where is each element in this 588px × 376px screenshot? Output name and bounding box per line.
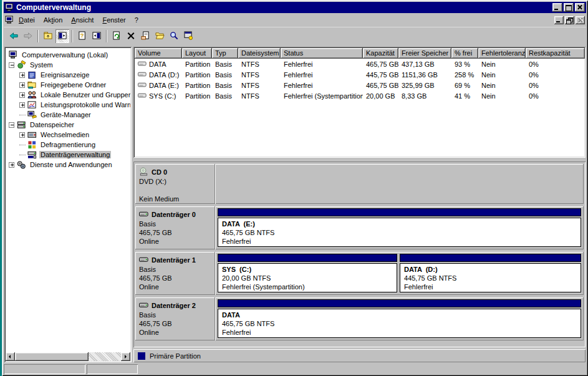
volume-row-data-d-[interactable]: DATA (D:)PartitionBasisNTFSFehlerfrei445… [135,69,584,80]
legend-bar: Primäre Partition [133,349,586,362]
event-viewer-icon [27,70,37,80]
scrollbar-track[interactable] [89,352,121,361]
column-header-layout[interactable]: Layout [182,48,212,59]
menu-datei[interactable]: Datei [14,15,39,25]
collapse-minus-icon[interactable] [9,122,14,128]
device-info-line: 465,75 GB [139,319,212,328]
tree-item-freigegebene-ordner[interactable]: Freigegebene Ordner [7,80,130,90]
partition-data-e-[interactable]: DATA (E:)465,75 GB NTFSFehlerfrei [218,208,581,247]
cell: 1151,36 GB [398,71,451,79]
toolbar-refresh-button[interactable] [110,29,123,43]
menu-ansicht[interactable]: Ansicht [67,15,98,25]
column-header-restkapazität[interactable]: Restkapazität [526,48,585,59]
tree-item-defragmentierung[interactable]: Defragmentierung [7,140,130,150]
mdi-restore-button[interactable] [565,16,574,24]
toolbar-properties-button[interactable] [138,29,152,43]
menu-aktion[interactable]: Aktion [39,15,67,25]
expand-plus-icon[interactable] [19,72,25,78]
tree-item-ereignisanzeige[interactable]: Ereignisanzeige [7,70,130,80]
device-header[interactable]: Datenträger 0Basis465,75 GBOnline [135,206,215,249]
scrollbar-thumb[interactable] [15,352,89,361]
tree-item-leistungsprotokolle-und-warnungen[interactable]: Leistungsprotokolle und Warnungen [7,100,130,110]
volume-row-data[interactable]: DATAPartitionBasisNTFSFehlerfrei465,75 G… [135,59,584,69]
partition-title: DATA [222,311,577,319]
toolbar-show-pane-button[interactable] [90,29,104,43]
partition-sys-c-[interactable]: SYS (C:)20,00 GB NTFSFehlerfrei (Systemp… [218,254,397,292]
scroll-right-arrow-icon[interactable] [121,352,130,361]
computer-management-window: Computerverwaltung DateiAktionAnsichtFen… [2,0,588,376]
device-name: CD 0 [139,167,212,176]
menu-fenster[interactable]: Fenster [98,15,130,25]
computer-icon [9,51,18,60]
toolbar-help-sheet-button[interactable]: ? [75,29,89,43]
toolbar-up-folder-button[interactable] [41,29,55,43]
tree-item-wechselmedien[interactable]: Wechselmedien [7,130,130,140]
tree-item-datenträgerverwaltung[interactable]: Datenträgerverwaltung [7,150,130,160]
menu-help[interactable]: ? [130,15,143,25]
toolbar-show-tree-button[interactable] [55,29,69,43]
tree-item-lokale-benutzer-und-gruppen[interactable]: Lokale Benutzer und Gruppen [7,90,130,100]
volume-row-data-e-[interactable]: DATA (E:)PartitionBasisNTFSFehlerfrei465… [135,80,584,90]
column-header-fehlertoleranz[interactable]: Fehlertoleranz [478,48,526,59]
tree-horizontal-scrollbar[interactable] [6,352,130,361]
toolbar-console-window-button[interactable] [181,29,195,43]
column-header-volume[interactable]: Volume [135,48,182,59]
toolbar-open-folder-button[interactable] [153,29,166,43]
toolbar-search-button[interactable] [167,29,181,43]
tree-item-system[interactable]: System [7,60,130,70]
maximize-button[interactable] [564,3,574,12]
minimize-button[interactable] [552,3,562,12]
cell: 465,75 GB [363,60,398,68]
tree-item-label: System [29,61,54,69]
disk-icon [139,301,148,310]
tree-item-dienste-und-anwendungen[interactable]: Dienste und Anwendungen [7,160,130,170]
tree-item-label: Datenspeicher [29,121,75,128]
toolbar-delete-button[interactable] [124,29,138,43]
column-header-kapazität[interactable]: Kapazität [363,48,398,59]
collapse-minus-icon[interactable] [9,62,14,68]
volume-icon [138,70,147,79]
expand-plus-icon[interactable] [19,102,25,108]
partition-title: SYS (C:) [222,265,393,274]
tree-item-datenspeicher[interactable]: Datenspeicher [7,120,130,130]
expand-plus-icon[interactable] [19,132,25,138]
partition-size: 465,75 GB NTFS [222,319,577,328]
partition-status: Fehlerfrei [404,282,577,291]
console-tree: Computerverwaltung (Lokal)SystemEreignis… [7,50,130,351]
expand-plus-icon[interactable] [19,82,25,88]
cell: 8,33 GB [398,92,451,100]
column-header-%-frei[interactable]: % frei [451,48,478,59]
device-header[interactable]: CD 0DVD (X:) Kein Medium [135,164,215,204]
expand-plus-icon[interactable] [19,92,25,98]
column-header-status[interactable]: Status [281,48,363,59]
refresh-icon [112,31,122,41]
toolbar-back-button[interactable] [7,29,21,43]
cell: SYS (C:) [135,91,182,100]
title-bar[interactable]: Computerverwaltung [4,2,586,13]
tree-item-label: Defragmentierung [39,141,97,148]
users-icon [27,90,37,100]
tree-item-label: Dienste und Anwendungen [29,161,113,168]
expand-plus-icon[interactable] [9,162,14,168]
device-header[interactable]: Datenträger 2Basis465,75 GBOnline [135,297,215,340]
cell: 0% [526,82,584,89]
tree-item-computerverwaltung-lokal-[interactable]: Computerverwaltung (Lokal) [7,50,130,60]
tree-item-geräte-manager[interactable]: Geräte-Manager [7,110,130,120]
show-tree-icon [58,31,67,41]
device-header[interactable]: Datenträger 1Basis465,75 GBOnline [135,252,215,295]
mdi-minimize-button[interactable] [554,16,564,24]
column-header-dateisystem[interactable]: Dateisystem [238,48,281,59]
column-header-typ[interactable]: Typ [212,48,238,59]
partition-data-d-[interactable]: DATA (D:)445,75 GB NTFSFehlerfrei [400,254,581,292]
device-info-line: 465,75 GB [139,274,212,282]
column-header-freier-speicher[interactable]: Freier Speicher [398,48,451,59]
cell: 20,00 GB [363,92,398,100]
scroll-left-arrow-icon[interactable] [6,352,15,361]
back-icon [9,31,19,41]
volume-row-sys-c-[interactable]: SYS (C:)PartitionBasisNTFSFehlerfrei (Sy… [135,90,584,101]
device-manager-icon [27,110,37,120]
status-panel-3 [87,364,138,374]
cell: NTFS [238,71,281,79]
close-button[interactable] [575,3,585,12]
partition-data[interactable]: DATA465,75 GB NTFSFehlerfrei [218,299,581,338]
